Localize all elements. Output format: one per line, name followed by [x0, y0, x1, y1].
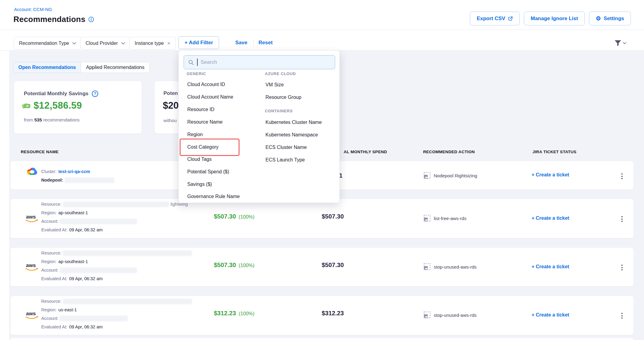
- funnel-icon: [614, 39, 622, 47]
- recommendations-page: Account: CCM-NG Recommendations Export C…: [0, 0, 644, 340]
- account-label: Account:: [41, 219, 58, 224]
- recommended-action-label: stop-unused-aws-rds: [434, 313, 477, 318]
- column-header-monthly-spend-partial: AL MONTHLY SPEND: [344, 150, 387, 154]
- column-header-jira-ticket-status: JIRA TICKET STATUS: [532, 150, 576, 154]
- settings-label: Settings: [604, 16, 624, 22]
- row-menu-button[interactable]: [620, 263, 624, 272]
- info-icon[interactable]: [88, 16, 94, 22]
- account-label: Account:: [41, 316, 58, 321]
- create-ticket-button[interactable]: + Create a ticket: [532, 312, 569, 318]
- resource-label: Resource:: [41, 251, 61, 255]
- filter-chip-recommendation-type[interactable]: Recommendation Type: [14, 37, 81, 50]
- filter-panel-toggle[interactable]: [614, 39, 626, 47]
- redacted-value: [63, 251, 192, 255]
- aws-icon: aws: [24, 310, 40, 320]
- search-field[interactable]: [184, 55, 335, 69]
- redacted-value: [60, 316, 127, 321]
- chevron-down-icon: [121, 42, 125, 45]
- evaluated-at-value: 09 Apr, 06:32 am: [69, 227, 103, 232]
- chip-label: Recommendation Type: [19, 41, 69, 46]
- savings-card-title: Potential Monthly Savings: [24, 91, 89, 97]
- filter-option-savings[interactable]: Savings ($): [187, 179, 212, 190]
- filter-option-governance-rule-name[interactable]: Governance Rule Name: [187, 191, 240, 202]
- filter-option-kubernetes-namespace[interactable]: Kubernetes Namespace: [265, 129, 318, 141]
- chip-label: Instance type: [135, 41, 164, 46]
- nodepool-label: Nodepool:: [41, 178, 63, 183]
- filter-option-region[interactable]: Region: [187, 129, 203, 140]
- breadcrumb[interactable]: Account: CCM-NG: [14, 7, 52, 12]
- savings-sub-suffix: recommendations: [43, 117, 79, 122]
- search-icon: [188, 60, 194, 65]
- help-icon[interactable]: ?: [92, 90, 98, 97]
- filter-option-cost-category[interactable]: Cost Category: [187, 141, 218, 153]
- evaluated-at-label: Evaluated At:: [41, 276, 67, 281]
- save-filter-button[interactable]: Save: [235, 40, 247, 46]
- filter-option-cloud-tags[interactable]: Cloud Tags: [187, 154, 212, 165]
- aws-icon: aws: [24, 213, 40, 224]
- recommendations-tabs: Open Recommendations Applied Recommendat…: [13, 62, 150, 73]
- filter-option-ecs-cluster-name[interactable]: ECS Cluster Name: [265, 142, 307, 153]
- filter-option-resource-name[interactable]: Resource Name: [187, 116, 223, 128]
- resource-label: Resource:: [41, 202, 61, 207]
- settings-button[interactable]: ⚙ Settings: [589, 12, 631, 25]
- svg-text:aws: aws: [26, 311, 36, 316]
- region-label: Region:: [41, 259, 57, 264]
- recommendation-type-icon: [424, 312, 430, 318]
- row-menu-button[interactable]: [620, 172, 624, 180]
- filter-option-potential-spend[interactable]: Potential Spend ($): [187, 166, 229, 178]
- table-row-partial: [11, 338, 633, 340]
- cluster-name-link[interactable]: test-sri-qa-ccm: [58, 169, 90, 174]
- evaluated-at-value: 09 Apr, 06:32 am: [69, 324, 103, 329]
- manage-ignore-list-label: Manage Ignore List: [531, 16, 578, 22]
- create-ticket-button[interactable]: + Create a ticket: [532, 172, 569, 178]
- region-label: Region:: [41, 210, 57, 215]
- header-divider: [0, 30, 644, 30]
- chevron-down-icon: [623, 42, 626, 44]
- table-row[interactable]: aws Resource: Region: ap-southeast-1 Acc…: [11, 248, 633, 286]
- evaluated-at-value: 09 Apr, 06:32 am: [69, 276, 103, 281]
- filter-option-resource-id[interactable]: Resource ID: [187, 104, 214, 115]
- tab-open-recommendations[interactable]: Open Recommendations: [13, 62, 81, 73]
- savings-percent: (100%): [239, 311, 254, 316]
- recommended-action-label: Nodepool Rightsizing: [434, 173, 477, 178]
- row-menu-button[interactable]: [620, 312, 624, 320]
- savings-amount: $12,586.59: [34, 100, 82, 111]
- manage-ignore-list-button[interactable]: Manage Ignore List: [524, 12, 585, 25]
- column-header-resource-name: RESOURCE NAME: [21, 150, 59, 154]
- money-icon: [22, 102, 31, 109]
- recommendation-type-icon: [424, 172, 430, 179]
- table-row[interactable]: aws Resource: lightwing Region: ap-south…: [11, 199, 633, 238]
- redacted-value: [60, 268, 137, 273]
- create-ticket-button[interactable]: + Create a ticket: [532, 264, 569, 269]
- filter-option-ecs-launch-type[interactable]: ECS Launch Type: [265, 154, 305, 166]
- text-cursor: [197, 59, 198, 66]
- monthly-savings-value: $507.30: [214, 213, 236, 220]
- filter-option-kubernetes-cluster-name[interactable]: Kubernetes Cluster Name: [265, 117, 322, 128]
- filter-option-vm-size[interactable]: VM Size: [265, 79, 284, 91]
- tab-applied-recommendations[interactable]: Applied Recommendations: [81, 62, 149, 73]
- export-csv-button[interactable]: Export CSV: [470, 12, 520, 25]
- section-heading-generic: GENERIC: [187, 71, 206, 76]
- monthly-spend-value: $312.23: [322, 310, 344, 317]
- reset-filter-button[interactable]: Reset: [258, 40, 273, 46]
- row-menu-button[interactable]: [620, 215, 624, 223]
- recommendation-type-icon: [424, 215, 430, 222]
- recommendation-type-icon: [424, 263, 430, 270]
- remove-filter-icon[interactable]: ×: [167, 41, 170, 46]
- resource-label: Resource:: [41, 299, 61, 304]
- create-ticket-button[interactable]: + Create a ticket: [532, 215, 569, 221]
- filter-option-cloud-account-id[interactable]: Cloud Account ID: [187, 79, 225, 90]
- region-value: us-east-1: [58, 307, 77, 312]
- external-link-icon: [508, 16, 513, 21]
- table-row[interactable]: aws Resource: Region: us-east-1 Account:…: [11, 296, 633, 335]
- savings-sub-count: 535: [34, 117, 42, 122]
- header-actions: Export CSV Manage Ignore List ⚙ Settings: [470, 12, 631, 25]
- search-input[interactable]: [201, 59, 317, 65]
- filter-chip-cloud-provider[interactable]: Cloud Provider: [80, 37, 130, 50]
- filter-chip-instance-type[interactable]: Instance type ×: [130, 37, 176, 50]
- filter-option-cloud-account-name[interactable]: Cloud Account Name: [187, 91, 233, 103]
- redacted-value: [60, 219, 137, 224]
- spend-card-subtext-partial: withou: [163, 118, 177, 123]
- filter-option-resource-group[interactable]: Resource Group: [265, 92, 301, 103]
- add-filter-button[interactable]: + Add Filter: [178, 36, 219, 49]
